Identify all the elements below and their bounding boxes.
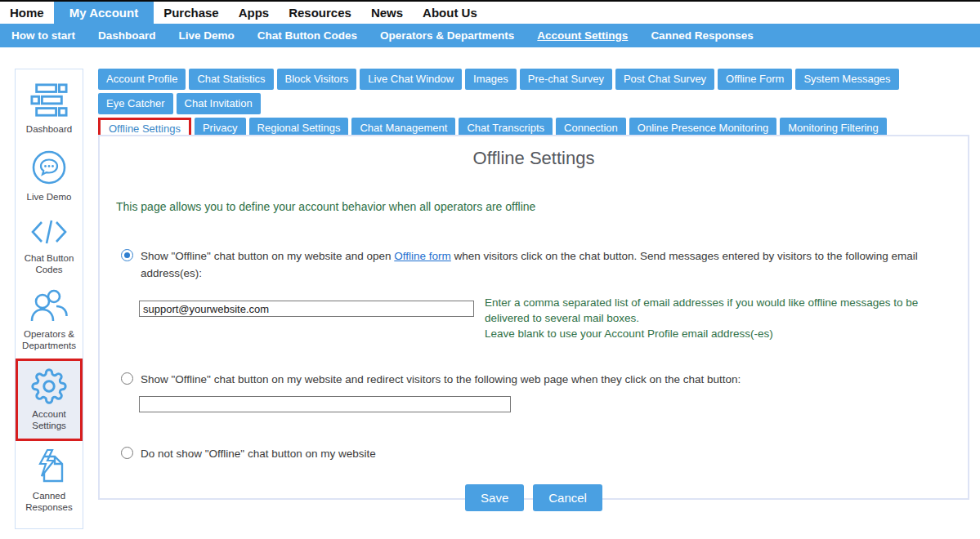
radio-redirect[interactable] (121, 372, 133, 385)
sidebar-item-chat-button-codes[interactable]: Chat Button Codes (16, 210, 83, 283)
email-hint: Enter a comma separated list of email ad… (485, 295, 926, 341)
tab-images[interactable]: Images (465, 69, 517, 90)
subnav-operators-departments[interactable]: Operators & Departments (369, 29, 526, 42)
subnav-chat-button-codes[interactable]: Chat Button Codes (246, 29, 369, 42)
tab-block-visitors[interactable]: Block Visitors (277, 69, 357, 90)
canned-responses-icon (29, 447, 69, 486)
tab-eye-catcher[interactable]: Eye Catcher (98, 93, 173, 114)
operators-icon (29, 288, 69, 324)
email-hint-line1: Enter a comma separated list of email ad… (485, 295, 926, 326)
option1-text-before: Show "Offline" chat button on my website… (141, 250, 394, 262)
topnav-resources[interactable]: Resources (279, 2, 361, 24)
live-demo-icon (29, 148, 69, 187)
page-description: This page allows you to define your acco… (116, 200, 951, 213)
email-hint-line2: Leave blank to use your Account Profile … (485, 326, 926, 341)
tab-live-chat-window[interactable]: Live Chat Window (360, 69, 462, 90)
dashboard-icon (29, 82, 69, 119)
content-panel: Offline Settings This page allows you to… (98, 135, 969, 500)
sidebar-label: Account Settings (20, 408, 78, 431)
subnav-dashboard[interactable]: Dashboard (87, 29, 168, 42)
email-row: Enter a comma separated list of email ad… (139, 295, 951, 341)
topnav-my-account[interactable]: My Account (54, 2, 154, 24)
sub-nav: How to start Dashboard Live Demo Chat Bu… (0, 24, 980, 47)
topnav-home[interactable]: Home (0, 2, 54, 24)
sidebar-item-operators-departments[interactable]: Operators & Departments (16, 283, 83, 359)
topnav-purchase[interactable]: Purchase (154, 2, 229, 24)
sidebar-item-dashboard[interactable]: Dashboard (16, 76, 83, 142)
option-redirect-label: Show "Offline" chat button on my website… (141, 371, 741, 388)
sidebar-label: Dashboard (26, 123, 72, 135)
page-title: Offline Settings (116, 148, 951, 169)
sidebar-label: Canned Responses (17, 490, 81, 513)
subnav-canned-responses[interactable]: Canned Responses (639, 29, 764, 42)
tab-pre-chat-survey[interactable]: Pre-chat Survey (520, 69, 612, 90)
tab-row-1: Account Profile Chat Statistics Block Vi… (98, 69, 973, 114)
top-nav: Home My Account Purchase Apps Resources … (0, 0, 980, 24)
topnav-apps[interactable]: Apps (229, 2, 280, 24)
radio-hide-button[interactable] (121, 447, 133, 459)
redirect-url-input[interactable] (139, 396, 511, 412)
subnav-live-demo[interactable]: Live Demo (168, 29, 246, 42)
app-window: Home My Account Purchase Apps Resources … (0, 0, 980, 539)
sidebar-label: Operators & Departments (17, 328, 81, 351)
option-redirect-row: Show "Offline" chat button on my website… (116, 371, 951, 388)
topnav-news[interactable]: News (361, 2, 413, 24)
tab-post-chat-survey[interactable]: Post Chat Survey (615, 69, 714, 90)
sidebar: Dashboard Live Demo (15, 69, 83, 529)
code-icon (28, 216, 70, 248)
option-hide-button-label: Do not show "Offline" chat button on my … (141, 445, 376, 462)
radio-offline-form[interactable] (121, 249, 133, 261)
sidebar-item-live-demo[interactable]: Live Demo (16, 142, 83, 210)
option-offline-form-label: Show "Offline" chat button on my website… (141, 247, 950, 282)
tab-chat-invitation[interactable]: Chat Invitation (177, 93, 261, 114)
option-offline-form-row: Show "Offline" chat button on my website… (116, 247, 951, 282)
save-button[interactable]: Save (465, 484, 524, 511)
sidebar-item-account-settings[interactable]: Account Settings (16, 359, 83, 441)
offline-form-link[interactable]: Offline form (394, 250, 451, 262)
button-row: Save Cancel (116, 484, 951, 511)
sidebar-item-canned-responses[interactable]: Canned Responses (16, 441, 83, 520)
subnav-account-settings[interactable]: Account Settings (526, 29, 639, 42)
sidebar-label: Chat Button Codes (17, 252, 81, 275)
topnav-about-us[interactable]: About Us (413, 2, 487, 24)
sidebar-label: Live Demo (27, 191, 72, 203)
tab-offline-form[interactable]: Offline Form (718, 69, 792, 90)
tab-account-profile[interactable]: Account Profile (98, 69, 186, 90)
tab-chat-statistics[interactable]: Chat Statistics (189, 69, 273, 90)
email-addresses-input[interactable] (139, 301, 474, 317)
tab-system-messages[interactable]: System Messages (795, 69, 898, 90)
option-hide-button-row: Do not show "Offline" chat button on my … (116, 445, 951, 462)
gear-icon (31, 368, 67, 404)
subnav-how-to-start[interactable]: How to start (0, 29, 87, 42)
cancel-button[interactable]: Cancel (533, 484, 602, 511)
